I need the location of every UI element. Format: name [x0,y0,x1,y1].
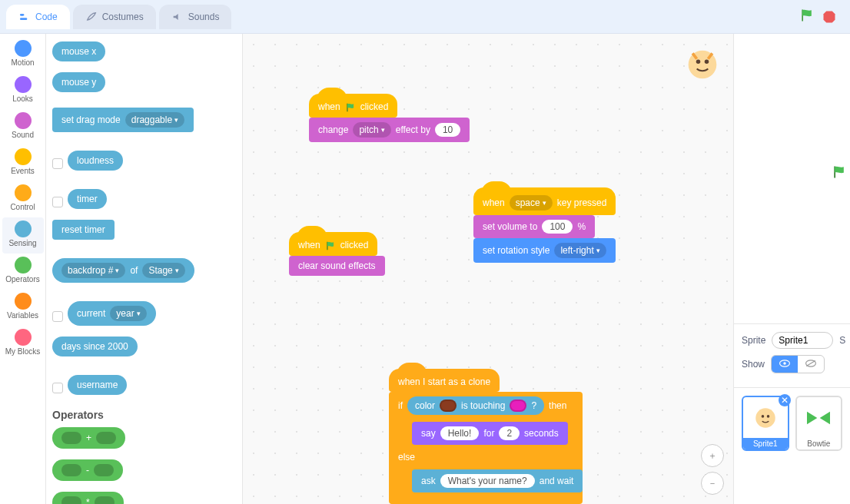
right-panel: Sprite S Show ✕Sprite1Bowtie [733,34,850,504]
block-if-else[interactable]: if color is touching ? then sayHello!for… [389,392,583,504]
category-events[interactable]: Events [2,145,44,181]
svg-line-9 [806,361,815,366]
sprite-info: Sprite S Show [734,324,850,388]
sprite-thumb-bowtie[interactable]: Bowtie [795,396,843,451]
username-checkbox[interactable] [52,383,63,393]
tab-costumes[interactable]: Costumes [73,5,156,29]
color-swatch-2[interactable] [510,400,526,412]
category-sound[interactable]: Sound [2,109,44,145]
script-stack-1[interactable]: whenclicked changepitcheffect by10 [309,94,470,142]
effect-dropdown[interactable]: pitch [353,122,390,138]
tab-code[interactable]: Code [6,5,70,29]
zoom-controls: ＋ － [701,444,724,495]
sprite-watermark-icon [686,48,719,81]
loudness-checkbox[interactable] [52,158,63,169]
editor-tabs: Code Costumes Sounds [6,5,231,29]
size-header: S [839,335,845,346]
block-timer[interactable]: timer [68,189,107,209]
block-when-flag-clicked-2[interactable]: whenclicked [289,232,377,256]
block-change-effect[interactable]: changepitcheffect by10 [309,118,470,142]
category-sensing[interactable]: Sensing [2,217,44,254]
category-operators[interactable]: Operators [2,254,44,290]
svg-rect-1 [20,18,27,20]
key-dropdown[interactable]: space [510,195,553,211]
stage-dropdown[interactable]: Stage [142,263,184,278]
block-when-start-clone[interactable]: when I start as a clone [389,369,500,392]
show-toggle [771,355,825,373]
block-op-times[interactable]: * [52,492,124,504]
block-set-volume[interactable]: set volume to100% [473,215,595,238]
block-op-minus[interactable]: - [52,459,123,481]
flag-icon [325,240,336,251]
block-backdrop-of[interactable]: backdrop #ofStage [52,258,194,283]
sprite-name-input[interactable] [772,332,833,349]
stage-preview[interactable] [734,34,850,324]
say-text-input[interactable]: Hello! [440,426,480,440]
block-when-flag-clicked[interactable]: whenclicked [309,94,397,118]
flag-icon [345,101,356,113]
say-seconds-input[interactable]: 2 [499,426,520,440]
category-looks[interactable]: Looks [2,73,44,109]
block-mouse-y[interactable]: mouse y [52,72,105,92]
ask-text-input[interactable]: What's your name? [440,474,535,488]
zoom-out-button[interactable]: － [701,472,724,495]
tab-sounds[interactable]: Sounds [159,5,232,29]
block-reset-timer[interactable]: reset timer [52,220,115,240]
current-dropdown[interactable]: year [110,306,146,321]
script-stack-2[interactable]: whenclicked clear sound effects [289,232,385,276]
tab-sounds-label: Sounds [188,12,220,22]
block-ask-and-wait[interactable]: askWhat's your name?and wait [412,469,583,492]
category-column: MotionLooksSoundEventsControlSensingOper… [0,34,46,504]
show-on-button[interactable] [772,356,798,373]
script-stack-3[interactable]: whenspacekey pressed set volume to100% s… [473,187,616,263]
show-off-button[interactable] [798,356,824,373]
rotation-dropdown[interactable]: left-right [554,243,606,258]
if-arm: if color is touching ? then [389,392,583,419]
script-stack-4[interactable]: when I start as a clone if color is touc… [389,369,583,504]
current-checkbox[interactable] [52,311,63,322]
category-variables[interactable]: Variables [2,290,44,326]
volume-input[interactable]: 100 [542,220,573,234]
green-flag-button[interactable] [799,8,815,25]
svg-point-7 [783,362,786,365]
block-set-rotation-style[interactable]: set rotation styleleft-right [473,238,616,263]
block-current[interactable]: currentyear [68,301,156,326]
svg-point-4 [696,60,701,65]
sprite-label: Sprite [742,335,765,346]
block-loudness[interactable]: loudness [68,151,123,171]
zoom-in-button[interactable]: ＋ [701,444,724,467]
category-motion[interactable]: Motion [2,37,44,73]
sound-icon [171,11,184,23]
svg-point-11 [761,415,764,418]
effect-value-input[interactable]: 10 [435,123,460,137]
category-control[interactable]: Control [2,181,44,217]
block-op-plus[interactable]: + [52,427,125,449]
else-arm: else [389,447,583,467]
svg-rect-0 [20,14,24,16]
sprite-thumb-sprite1[interactable]: ✕Sprite1 [742,396,789,451]
block-days-since-2000[interactable]: days since 2000 [52,337,138,356]
stop-button[interactable] [822,10,836,24]
brush-icon [85,11,98,23]
color-swatch-1[interactable] [440,400,457,412]
block-username[interactable]: username [68,375,127,395]
block-mouse-x[interactable]: mouse x [52,41,105,61]
svg-point-5 [705,60,709,65]
backdrop-dropdown[interactable]: backdrop # [61,263,125,278]
drag-mode-dropdown[interactable]: draggable [125,112,184,128]
block-palette[interactable]: mouse x mouse y set drag modedraggable l… [46,34,243,504]
stage-flag-icon [832,164,847,182]
block-when-key-pressed[interactable]: whenspacekey pressed [473,187,616,215]
block-set-drag-mode[interactable]: set drag modedraggable [52,108,194,132]
category-myblocks[interactable]: My Blocks [2,326,44,362]
block-clear-sound-effects[interactable]: clear sound effects [289,256,385,276]
run-controls [799,8,844,25]
timer-checkbox[interactable] [52,197,63,207]
operators-heading: Operators [52,409,236,421]
block-color-touching[interactable]: color is touching ? [407,396,544,415]
block-say-for-seconds[interactable]: sayHello!for2seconds [412,422,568,445]
script-workspace[interactable]: whenclicked changepitcheffect by10 whenc… [243,34,733,504]
top-bar: Code Costumes Sounds [0,0,850,34]
code-icon [18,11,31,23]
show-label: Show [742,359,765,370]
